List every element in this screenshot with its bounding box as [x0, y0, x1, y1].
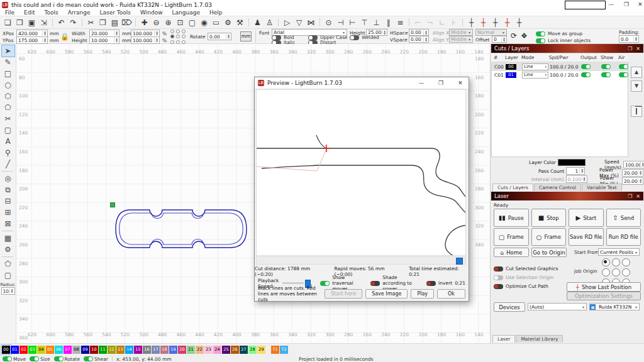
palette-color-15[interactable]: 15	[134, 346, 142, 354]
flip-horizontal-icon[interactable]: ▷	[282, 18, 292, 28]
palette-color-17[interactable]: 17	[152, 346, 160, 354]
palette-color-16[interactable]: 16	[143, 346, 151, 354]
goto-origin-button[interactable]: Go to Origin	[531, 248, 567, 257]
layer-move-up-button[interactable]: ▲	[631, 67, 642, 78]
radius-field[interactable]: 10.0▲▼	[1, 287, 15, 295]
distribute-horizontal-icon[interactable]: ∥	[383, 18, 394, 28]
distribute-vertical-icon[interactable]: ≡	[395, 18, 406, 28]
palette-color-01[interactable]: 01	[11, 346, 19, 354]
boolean-subtract-tool-icon[interactable]: ⊟	[2, 195, 14, 207]
palette-color-00[interactable]: 00	[2, 346, 10, 354]
hspace-field[interactable]: 0.00▲▼	[409, 29, 429, 36]
draw-lines-tool-icon[interactable]: ✎	[2, 57, 14, 68]
anchor-dot[interactable]	[170, 40, 174, 44]
output-toggle[interactable]	[581, 72, 591, 77]
boolean-union-tool-icon[interactable]: ⧉	[2, 184, 14, 195]
pentagon-tool-icon[interactable]: ⬠	[2, 102, 14, 113]
anchor-dot[interactable]	[176, 40, 180, 44]
palette-color-T1[interactable]: T1	[271, 346, 279, 354]
size-toggle[interactable]: Size	[30, 356, 50, 362]
welded-toggle[interactable]: Welded	[350, 35, 379, 40]
copy-icon[interactable]: ❐	[97, 18, 108, 28]
anchor-dot[interactable]	[182, 40, 186, 44]
job-origin-radio[interactable]	[622, 258, 630, 266]
polygon-outline-tool-icon[interactable]: ⬠	[2, 258, 14, 270]
layer-mode-combo[interactable]: Line▾	[522, 72, 548, 79]
palette-color-10[interactable]: 10	[90, 346, 98, 354]
menu-window[interactable]: Window	[140, 9, 163, 16]
menu-edit[interactable]: Edit	[24, 9, 35, 16]
layer-color-swatch[interactable]	[558, 159, 586, 166]
frame-circle-button[interactable]: ○Frame	[531, 228, 567, 246]
lock-aspect-icon[interactable]: 🔒	[60, 33, 69, 41]
padding-field[interactable]: 0.0▲▼	[619, 35, 639, 43]
rotate-field[interactable]: 0.00▲▼	[208, 33, 231, 40]
new-file-icon[interactable]: ❏	[3, 18, 13, 28]
menu-arrange[interactable]: Arrange	[68, 9, 91, 16]
anchor-dot[interactable]	[182, 30, 186, 33]
save-rd-file-button[interactable]: Save RD file	[569, 228, 604, 246]
position-crosshair-icon[interactable]: ┼	[490, 18, 501, 28]
rotate-toggle[interactable]: Rotate	[54, 356, 80, 362]
show-last-position-button[interactable]: ┼Show Last Position	[567, 282, 641, 292]
ypos-field[interactable]: 175.000▲▼	[16, 36, 48, 44]
palette-color-20[interactable]: 20	[178, 346, 186, 354]
units-mm-button[interactable]: mm	[240, 31, 252, 41]
preview-dialog[interactable]: LB Preview - LightBurn 1.7.03 — ❐ ✕ Cut …	[254, 77, 469, 302]
palette-color-21[interactable]: 21	[187, 346, 195, 354]
move-toggle[interactable]: Move	[3, 356, 26, 362]
palette-color-28[interactable]: 28	[248, 346, 257, 354]
grid-array-tool-icon[interactable]: ▦	[2, 233, 14, 244]
paste-icon[interactable]: ▤	[109, 18, 120, 28]
dialog-close-button[interactable]: ✕	[452, 80, 469, 86]
optimization-settings-button[interactable]: Optimization Settings	[567, 292, 641, 300]
alignx-combo[interactable]: Middle▾	[449, 29, 473, 36]
set-laser-origin-icon[interactable]: ┼	[502, 18, 513, 28]
tab-cuts-layers[interactable]: Cuts / Layers	[492, 184, 533, 191]
run-rd-file-button[interactable]: Run RD file	[606, 228, 641, 246]
cut-icon[interactable]: ✂	[86, 18, 96, 28]
palette-color-09[interactable]: 09	[81, 346, 89, 354]
panel-close-icon[interactable]: ✕	[636, 194, 640, 199]
palette-color-12[interactable]: 12	[108, 346, 116, 354]
palette-color-11[interactable]: 11	[99, 346, 107, 354]
palette-color-08[interactable]: 08	[72, 346, 80, 354]
dialog-maximize-button[interactable]: ❐	[433, 80, 449, 86]
layer-move-down-button[interactable]: ▼	[631, 80, 642, 92]
palette-color-T2[interactable]: T2	[280, 346, 288, 354]
palette-color-07[interactable]: 07	[64, 346, 72, 354]
text-offset-field[interactable]: 0▲▼	[492, 36, 507, 43]
align-top-icon[interactable]: ⊤	[359, 18, 370, 28]
play-button[interactable]: Play	[411, 289, 434, 299]
start-from-combo[interactable]: Current Position▾	[598, 248, 640, 256]
tab-variable-text[interactable]: Variable Text	[582, 184, 622, 191]
home-button[interactable]: ⌂Home	[494, 248, 529, 257]
stop-button[interactable]: ■Stop	[531, 209, 567, 227]
save-image-button[interactable]: Save Image	[365, 289, 408, 299]
frame-rect-button[interactable]: ▢Frame	[494, 228, 529, 246]
job-origin-radio[interactable]	[612, 258, 620, 266]
power-min-field[interactable]: 20.00▲▼	[622, 177, 643, 185]
layer-row-c00[interactable]: C00 00 Line▾ 100.0 / 20.0	[492, 62, 628, 71]
height-percent-field[interactable]: 100.000▲▼	[131, 36, 160, 44]
palette-color-26[interactable]: 26	[231, 346, 239, 354]
window-minimize-button[interactable]: —	[605, 0, 618, 9]
anchor-dot[interactable]	[176, 35, 180, 38]
layer-mode-combo[interactable]: Line▾	[522, 63, 548, 70]
position-laser-tool-icon[interactable]: ⚲	[2, 147, 14, 158]
anchor-dot[interactable]	[176, 30, 180, 33]
menu-language[interactable]: Language	[172, 9, 200, 16]
palette-color-18[interactable]: 18	[160, 346, 169, 354]
delete-icon[interactable]: ⌦	[121, 18, 132, 28]
marquee-tool-icon[interactable]: ▢	[2, 124, 14, 136]
boolean-difference-tool-icon[interactable]: ⊞	[2, 207, 14, 218]
dialog-minimize-button[interactable]: —	[413, 80, 430, 86]
palette-color-27[interactable]: 27	[240, 346, 248, 354]
text-style-combo[interactable]: Normal▾	[475, 29, 507, 36]
anchor-dot[interactable]	[170, 30, 174, 33]
optimize-cut-path-toggle[interactable]: Optimize Cut Path	[494, 283, 548, 289]
circular-array-tool-icon[interactable]: ⚙	[2, 244, 14, 255]
rounded-rect-tool-icon[interactable]: ▢	[2, 270, 14, 281]
anchor-dot[interactable]	[182, 35, 186, 38]
height-field[interactable]: 10.000▲▼	[89, 36, 119, 44]
